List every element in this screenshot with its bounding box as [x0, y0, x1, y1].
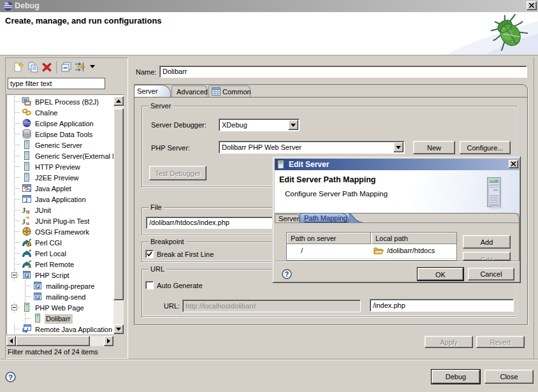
svg-text:R: R: [28, 265, 31, 269]
svg-text:P: P: [36, 284, 40, 289]
svg-text:J: J: [26, 326, 29, 331]
svg-text:P: P: [25, 273, 29, 278]
svg-text:u: u: [26, 220, 29, 226]
svg-text:J: J: [22, 217, 25, 226]
svg-text:u: u: [26, 208, 30, 215]
svg-text:?: ?: [285, 271, 289, 278]
svg-text:J: J: [29, 187, 31, 192]
svg-text:P: P: [36, 295, 40, 300]
svg-text:?: ?: [8, 374, 13, 381]
svg-text:J: J: [22, 205, 26, 215]
